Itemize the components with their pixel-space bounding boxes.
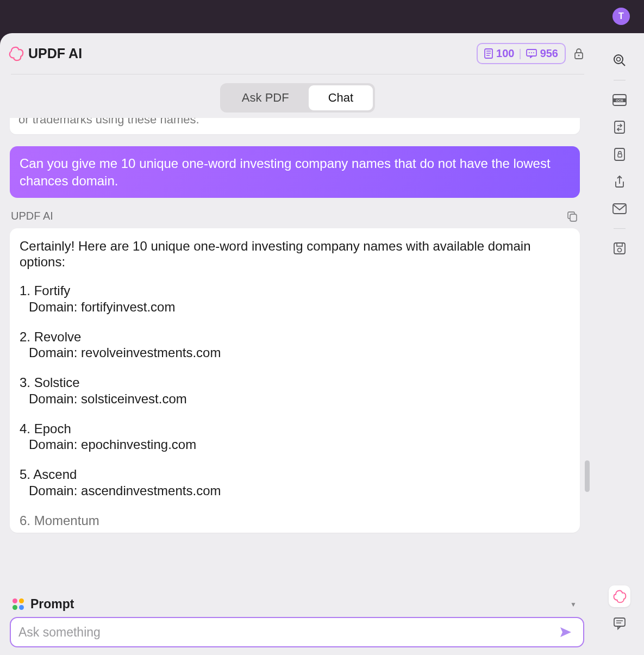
svg-point-5 [529, 52, 530, 53]
ai-panel-icon[interactable] [609, 585, 630, 607]
scrollbar-track[interactable] [583, 118, 590, 589]
protect-icon[interactable] [609, 144, 630, 165]
copy-icon[interactable] [566, 210, 579, 223]
app-title: UPDF AI [28, 46, 82, 61]
tab-ask-pdf[interactable]: Ask PDF [222, 85, 309, 110]
svg-point-23 [618, 248, 622, 252]
updf-logo-icon [8, 46, 24, 62]
svg-rect-20 [613, 204, 626, 214]
ai-sender-label: UPDF AI [11, 210, 53, 222]
toolbar-separator [614, 228, 626, 229]
scrollbar-thumb[interactable] [585, 460, 590, 492]
message-count-icon [526, 49, 537, 58]
chevron-down-icon: ▼ [570, 601, 577, 608]
svg-text:OCR: OCR [616, 99, 623, 102]
list-item: 2. RevolveDomain: revolveinvestments.com [20, 329, 570, 361]
prompt-selector[interactable]: Prompt ▼ [10, 592, 584, 617]
list-item-cutoff: 6. Momentum [20, 513, 570, 528]
counter-separator: | [518, 47, 521, 60]
search-icon[interactable] [609, 49, 630, 71]
previous-ai-message-tail: or trademarks using these names. [10, 118, 580, 134]
previous-ai-text: or trademarks using these names. [18, 118, 199, 126]
comment-icon[interactable] [609, 613, 630, 634]
svg-point-7 [533, 52, 534, 53]
send-button[interactable] [557, 623, 574, 641]
convert-icon[interactable] [609, 116, 630, 138]
lock-icon[interactable] [573, 47, 584, 60]
svg-rect-24 [614, 618, 625, 626]
right-toolbar: OCR [595, 33, 644, 655]
user-message: Can you give me 10 unique one-word inves… [10, 146, 580, 197]
svg-point-6 [531, 52, 532, 53]
prompt-dots-icon [12, 598, 25, 611]
svg-point-9 [578, 54, 580, 56]
save-icon[interactable] [609, 238, 630, 259]
chat-input-wrap [10, 617, 584, 647]
page-count-icon [484, 48, 493, 59]
ai-intro: Certainly! Here are 10 unique one-word i… [20, 238, 570, 270]
svg-rect-19 [618, 154, 622, 157]
toolbar-separator [614, 80, 626, 80]
panel-header: UPDF AI 100 | 956 [0, 33, 595, 74]
message-count: 956 [540, 47, 558, 60]
ai-message: Certainly! Here are 10 unique one-word i… [10, 228, 580, 533]
list-item: 4. EpochDomain: epochinvesting.com [20, 421, 570, 453]
ocr-icon[interactable]: OCR [609, 89, 630, 111]
svg-rect-10 [570, 214, 577, 221]
page-count: 100 [496, 47, 514, 60]
svg-point-11 [614, 55, 623, 64]
svg-rect-17 [615, 121, 624, 133]
svg-rect-18 [615, 148, 624, 160]
tab-chat[interactable]: Chat [309, 85, 373, 110]
chat-input[interactable] [18, 625, 557, 640]
chat-scroll[interactable]: or trademarks using these names. Can you… [0, 118, 593, 589]
usage-counter[interactable]: 100 | 956 [477, 43, 566, 64]
user-avatar[interactable]: T [612, 8, 630, 25]
share-icon[interactable] [609, 171, 630, 192]
svg-point-13 [617, 58, 621, 61]
list-item: 3. SolsticeDomain: solsticeinvest.com [20, 375, 570, 407]
svg-line-12 [622, 63, 625, 66]
mail-icon[interactable] [609, 198, 630, 220]
prompt-label: Prompt [30, 597, 74, 612]
mode-tabs: Ask PDF Chat [220, 83, 375, 113]
list-item: 5. AscendDomain: ascendinvestments.com [20, 466, 570, 498]
list-item: 1. FortifyDomain: fortifyinvest.com [20, 283, 570, 315]
